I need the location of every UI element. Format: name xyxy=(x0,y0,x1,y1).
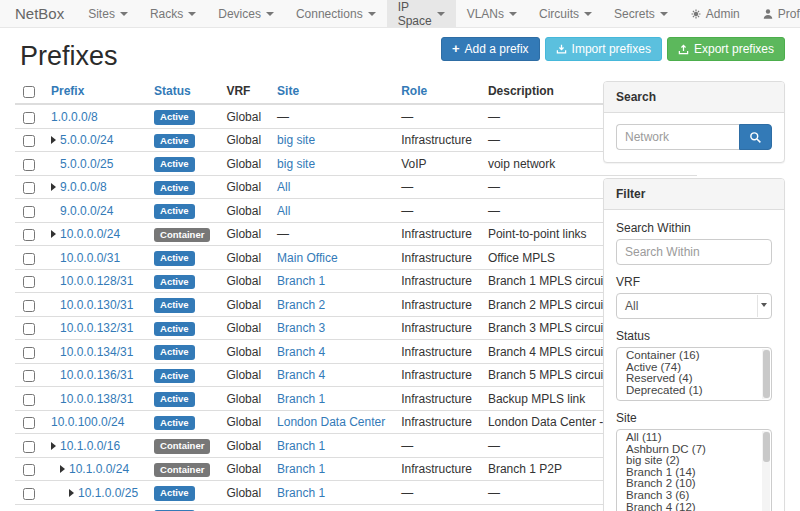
row-checkbox[interactable] xyxy=(23,229,35,241)
select-all-checkbox[interactable] xyxy=(23,86,35,98)
status-listbox[interactable]: Container (16)Active (74)Reserved (4)Dep… xyxy=(616,347,772,401)
nav-item-devices[interactable]: Devices xyxy=(207,0,285,27)
depth-indent xyxy=(51,496,69,497)
site-link[interactable]: Main Office xyxy=(277,251,337,265)
row-checkbox[interactable] xyxy=(23,112,35,124)
scrollbar-thumb[interactable] xyxy=(763,432,770,462)
caret-down-icon xyxy=(660,12,668,16)
prefix-link[interactable]: 9.0.0.0/8 xyxy=(60,180,107,194)
caret-down-icon xyxy=(188,12,196,16)
site-link[interactable]: Branch 1 xyxy=(277,486,325,500)
nav-item-profile[interactable]: Profile xyxy=(751,0,800,27)
caret-down-icon xyxy=(266,12,274,16)
select-option[interactable]: Branch 4 (12) xyxy=(617,502,771,511)
import-prefixes-button[interactable]: Import prefixes xyxy=(545,37,662,61)
row-checkbox[interactable] xyxy=(23,182,35,194)
prefix-link[interactable]: 10.0.100.0/24 xyxy=(51,415,124,429)
role-value: Infrastructure xyxy=(401,274,472,288)
prefix-link[interactable]: 5.0.0.0/25 xyxy=(60,157,113,171)
row-checkbox[interactable] xyxy=(23,300,35,312)
prefix-link[interactable]: 1.0.0.0/8 xyxy=(51,110,98,124)
site-link[interactable]: London Data Center xyxy=(277,415,385,429)
prefix-link[interactable]: 10.1.0.0/16 xyxy=(60,439,120,453)
description-value: Branch 2 MPLS circuit xyxy=(488,298,607,312)
row-checkbox[interactable] xyxy=(23,323,35,335)
table-row: 10.0.0.0/31ActiveGlobalMain OfficeInfras… xyxy=(15,246,697,270)
site-link[interactable]: Branch 1 xyxy=(277,274,325,288)
role-value: Infrastructure xyxy=(401,345,472,359)
sort-link[interactable]: Status xyxy=(154,84,191,98)
scrollbar-thumb[interactable] xyxy=(763,350,770,398)
page-title: Prefixes xyxy=(20,41,441,72)
prefix-link[interactable]: 10.0.0.136/31 xyxy=(60,368,133,382)
row-checkbox[interactable] xyxy=(23,253,35,265)
nav-item-sites[interactable]: Sites xyxy=(77,0,139,27)
site-listbox[interactable]: All (11)Ashburn DC (7)big site (2)Branch… xyxy=(616,429,772,511)
prefix-link[interactable]: 10.0.0.128/31 xyxy=(60,274,133,288)
site-link[interactable]: Branch 4 xyxy=(277,345,325,359)
empty-value: — xyxy=(277,110,289,124)
row-checkbox[interactable] xyxy=(23,276,35,288)
nav-item-label: Secrets xyxy=(614,7,655,21)
select-option[interactable]: Deprecated (1) xyxy=(617,385,771,397)
prefix-link[interactable]: 5.0.0.0/24 xyxy=(60,133,113,147)
sort-link[interactable]: Role xyxy=(401,84,427,98)
sort-link[interactable]: Prefix xyxy=(51,84,84,98)
row-checkbox[interactable] xyxy=(23,206,35,218)
column-header-role: Role xyxy=(393,81,480,104)
nav-item-circuits[interactable]: Circuits xyxy=(528,0,603,27)
vrf-value: Global xyxy=(226,321,261,335)
prefix-link[interactable]: 10.0.0.0/31 xyxy=(60,251,120,265)
nav-item-secrets[interactable]: Secrets xyxy=(603,0,679,27)
search-button[interactable] xyxy=(739,124,772,150)
nav-item-admin[interactable]: Admin xyxy=(679,0,751,27)
brand-logo[interactable]: NetBox xyxy=(0,0,77,27)
site-link[interactable]: Branch 1 xyxy=(277,462,325,476)
row-checkbox[interactable] xyxy=(23,441,35,453)
nav-item-ip-space[interactable]: IP Space xyxy=(387,0,456,27)
row-checkbox[interactable] xyxy=(23,488,35,500)
row-checkbox[interactable] xyxy=(23,394,35,406)
select-option[interactable]: Container (16) xyxy=(617,350,771,362)
site-link[interactable]: Branch 2 xyxy=(277,298,325,312)
row-checkbox[interactable] xyxy=(23,135,35,147)
prefix-link[interactable]: 10.1.0.0/25 xyxy=(78,486,138,500)
prefix-table-body: 1.0.0.0/8ActiveGlobal———5.0.0.0/24Active… xyxy=(15,104,697,511)
row-checkbox[interactable] xyxy=(23,417,35,429)
export-prefixes-button[interactable]: Export prefixes xyxy=(667,37,785,61)
site-link[interactable]: Branch 4 xyxy=(277,368,325,382)
site-link[interactable]: big site xyxy=(277,133,315,147)
site-link[interactable]: Branch 1 xyxy=(277,392,325,406)
site-link[interactable]: big site xyxy=(277,157,315,171)
nav-item-racks[interactable]: Racks xyxy=(139,0,207,27)
prefix-link[interactable]: 10.0.0.132/31 xyxy=(60,321,133,335)
search-icon xyxy=(749,131,762,144)
empty-value: — xyxy=(401,180,413,194)
row-checkbox[interactable] xyxy=(23,159,35,171)
nav-item-label: VLANs xyxy=(467,7,504,21)
select-option[interactable]: Branch 3 (6) xyxy=(617,490,771,502)
sort-link[interactable]: Site xyxy=(277,84,299,98)
prefix-link[interactable]: 9.0.0.0/24 xyxy=(60,204,113,218)
search-input[interactable] xyxy=(616,124,739,150)
row-checkbox[interactable] xyxy=(23,347,35,359)
site-link[interactable]: All xyxy=(277,180,290,194)
site-link[interactable]: Branch 3 xyxy=(277,321,325,335)
nav-item-connections[interactable]: Connections xyxy=(285,0,387,27)
caret-down-icon xyxy=(437,12,445,16)
prefix-link[interactable]: 10.1.0.0/24 xyxy=(69,462,129,476)
select-option[interactable]: All (11) xyxy=(617,432,771,444)
row-checkbox[interactable] xyxy=(23,464,35,476)
add-prefix-button[interactable]: + Add a prefix xyxy=(441,37,540,61)
vrf-select[interactable]: All xyxy=(616,293,772,319)
site-link[interactable]: All xyxy=(277,204,290,218)
prefix-link[interactable]: 10.0.0.130/31 xyxy=(60,298,133,312)
row-checkbox[interactable] xyxy=(23,370,35,382)
search-within-input[interactable] xyxy=(616,239,772,265)
prefix-link[interactable]: 10.0.0.134/31 xyxy=(60,345,133,359)
nav-item-vlans[interactable]: VLANs xyxy=(456,0,528,27)
site-link[interactable]: Branch 1 xyxy=(277,439,325,453)
table-header-row: PrefixStatusVRFSiteRoleDescription xyxy=(15,81,697,104)
prefix-link[interactable]: 10.0.0.138/31 xyxy=(60,392,133,406)
prefix-link[interactable]: 10.0.0.0/24 xyxy=(60,227,120,241)
